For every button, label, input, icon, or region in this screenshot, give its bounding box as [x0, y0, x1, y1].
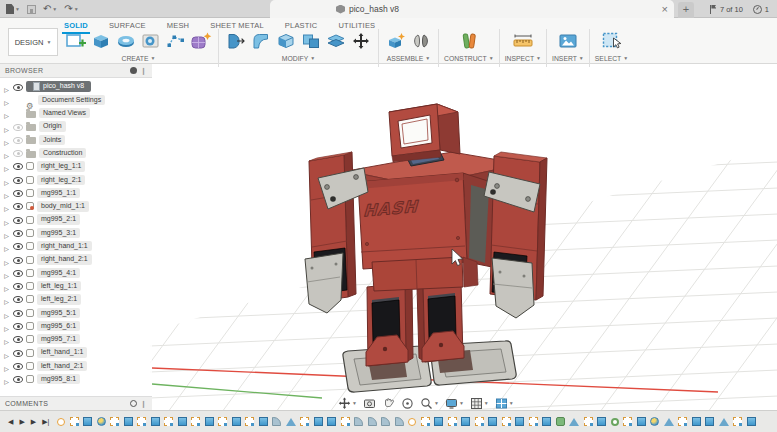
- pan-button[interactable]: [382, 397, 395, 410]
- timeline-feature-icon[interactable]: [584, 417, 593, 426]
- go-to-end-button[interactable]: ▶|: [42, 418, 49, 425]
- browser-item[interactable]: left_hand_2:1: [0, 359, 152, 372]
- visibility-eye-icon[interactable]: [13, 162, 23, 171]
- timeline-feature-icon[interactable]: [542, 417, 551, 426]
- browser-item[interactable]: mg995_2:1: [0, 213, 152, 226]
- visibility-eye-icon[interactable]: [13, 321, 23, 330]
- look-at-button[interactable]: [363, 397, 376, 410]
- browser-item[interactable]: body_mid_1:1: [0, 200, 152, 213]
- timeline-feature-icon[interactable]: [515, 417, 524, 426]
- select-group-label[interactable]: SELECT▼: [595, 55, 628, 62]
- timeline-feature-icon[interactable]: [97, 417, 106, 426]
- revolve-button[interactable]: [114, 30, 138, 52]
- browser-item[interactable]: mg995_7:1: [0, 333, 152, 346]
- file-menu-button[interactable]: ▼: [6, 4, 20, 14]
- close-tab-button[interactable]: ×: [662, 4, 668, 15]
- visibility-eye-icon[interactable]: [13, 282, 23, 291]
- timeline-feature-icon[interactable]: [502, 417, 511, 426]
- construct-group-label[interactable]: CONSTRUCT▼: [444, 55, 494, 62]
- timeline-feature-icon[interactable]: [529, 417, 538, 426]
- zoom-button[interactable]: ▼: [420, 397, 439, 410]
- modify-group-label[interactable]: MODIFY▼: [282, 55, 315, 62]
- browser-options-icon[interactable]: [130, 67, 137, 74]
- browser-item[interactable]: left_leg_1:1: [0, 279, 152, 292]
- free-orbit-button[interactable]: ▼: [338, 397, 357, 410]
- timeline-feature-icon[interactable]: [110, 417, 119, 426]
- grid-snaps-button[interactable]: ▼: [470, 397, 489, 410]
- timeline-feature-icon[interactable]: [83, 417, 92, 426]
- timeline-feature-icon[interactable]: [218, 417, 227, 426]
- timeline-feature-icon[interactable]: [286, 418, 296, 426]
- browser-item[interactable]: mg995_5:1: [0, 306, 152, 319]
- browser-item[interactable]: Origin: [0, 120, 152, 133]
- visibility-eye-icon[interactable]: [13, 175, 23, 184]
- insert-group-label[interactable]: INSERT▼: [552, 55, 584, 62]
- robot-model[interactable]: HASH: [305, 104, 547, 392]
- visibility-eye-icon[interactable]: [13, 242, 23, 251]
- visibility-eye-icon[interactable]: [13, 189, 23, 198]
- browser-item[interactable]: pico_hash v8: [0, 80, 152, 93]
- extrude-button[interactable]: [89, 30, 113, 52]
- browser-item[interactable]: mg995_1:1: [0, 186, 152, 199]
- visibility-eye-icon[interactable]: [13, 122, 23, 131]
- sweep-button[interactable]: [139, 30, 163, 52]
- visibility-eye-icon[interactable]: [13, 202, 23, 211]
- timeline-feature-icon[interactable]: [395, 417, 404, 426]
- browser-item[interactable]: mg995_8:1: [0, 373, 152, 386]
- combine-button[interactable]: [299, 30, 323, 52]
- timeline-feature-icon[interactable]: [57, 418, 65, 426]
- create-group-label[interactable]: CREATE▼: [121, 55, 155, 62]
- version-status-badge[interactable]: 7 of 10: [709, 5, 743, 14]
- visibility-eye-icon[interactable]: [13, 135, 23, 144]
- timeline-feature-icon[interactable]: [421, 417, 430, 426]
- timeline-feature-icon[interactable]: [368, 417, 377, 426]
- browser-item[interactable]: right_leg_2:1: [0, 173, 152, 186]
- timeline-feature-icon[interactable]: [259, 417, 268, 426]
- joint-button[interactable]: [409, 30, 433, 52]
- timeline-feature-icon[interactable]: [191, 417, 200, 426]
- visibility-eye-icon[interactable]: [13, 149, 23, 158]
- browser-item[interactable]: right_hand_1:1: [0, 240, 152, 253]
- panel-grip-icon[interactable]: ❙: [141, 67, 147, 75]
- timeline-feature-icon[interactable]: [623, 417, 632, 426]
- undo-button[interactable]: ↶▼: [43, 4, 57, 14]
- browser-header[interactable]: BROWSER ❙: [0, 64, 152, 78]
- timeline-feature-icon[interactable]: [232, 417, 241, 426]
- move-copy-button[interactable]: [349, 30, 373, 52]
- redo-button[interactable]: ↷▼: [64, 4, 78, 14]
- browser-item[interactable]: right_hand_2:1: [0, 253, 152, 266]
- create-sketch-button[interactable]: [64, 30, 88, 52]
- visibility-eye-icon[interactable]: [13, 268, 23, 277]
- timeline-feature-icon[interactable]: [556, 417, 565, 426]
- browser-item[interactable]: Named Views: [0, 107, 152, 120]
- play-button[interactable]: ▶: [19, 418, 24, 425]
- timeline-feature-icon[interactable]: [327, 417, 336, 426]
- orbit-button[interactable]: [401, 397, 414, 410]
- save-button[interactable]: [27, 5, 36, 14]
- visibility-eye-icon[interactable]: [13, 335, 23, 344]
- viewport-3d[interactable]: HASH: [150, 64, 777, 410]
- comments-bar[interactable]: COMMENTS ❙: [0, 396, 152, 410]
- timeline-feature-icon[interactable]: [354, 417, 363, 426]
- browser-item[interactable]: left_leg_2:1: [0, 293, 152, 306]
- timeline-feature-icon[interactable]: [178, 417, 187, 426]
- timeline-feature-icon[interactable]: [300, 417, 309, 426]
- visibility-eye-icon[interactable]: [13, 82, 23, 91]
- timeline-feature-icon[interactable]: [488, 417, 497, 426]
- timeline-feature-icon[interactable]: [408, 418, 416, 426]
- timeline-feature-icon[interactable]: [475, 417, 484, 426]
- timeline-feature-icon[interactable]: [381, 417, 390, 426]
- document-tab[interactable]: pico_hash v8 ×: [270, 0, 674, 18]
- browser-item[interactable]: right_leg_1:1: [0, 160, 152, 173]
- inspect-group-label[interactable]: INSPECT▼: [505, 55, 541, 62]
- timeline-feature-icon[interactable]: [692, 417, 701, 426]
- visibility-eye-icon[interactable]: [13, 348, 23, 357]
- visibility-eye-icon[interactable]: [13, 308, 23, 317]
- browser-item[interactable]: mg995_3:1: [0, 226, 152, 239]
- pipe-button[interactable]: [164, 30, 188, 52]
- timeline-feature-icon[interactable]: [434, 417, 443, 426]
- fillet-button[interactable]: [249, 30, 273, 52]
- step-back-button[interactable]: ◀: [8, 418, 13, 425]
- visibility-eye-icon[interactable]: [13, 228, 23, 237]
- timeline-feature-icon[interactable]: [569, 418, 579, 426]
